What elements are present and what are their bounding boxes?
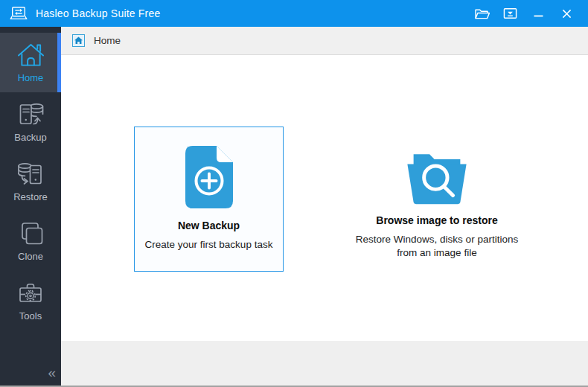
clone-icon bbox=[17, 220, 44, 247]
app-logo-icon bbox=[10, 6, 28, 22]
sidebar-item-backup[interactable]: Backup bbox=[0, 92, 61, 152]
app-window: Hasleo Backup Suite Free bbox=[0, 0, 588, 387]
new-backup-subtitle: Create your first backup task bbox=[145, 238, 273, 252]
new-backup-title: New Backup bbox=[178, 220, 240, 231]
breadcrumb-home-icon[interactable] bbox=[72, 34, 85, 47]
backup-icon bbox=[17, 101, 44, 128]
sidebar-item-label: Home bbox=[18, 72, 44, 83]
footer-strip bbox=[61, 341, 588, 386]
sidebar-item-label: Clone bbox=[18, 251, 43, 262]
sidebar-item-tools[interactable]: Tools bbox=[0, 271, 61, 330]
browse-restore-title: Browse image to restore bbox=[376, 214, 497, 226]
sidebar-item-label: Tools bbox=[19, 310, 42, 322]
new-backup-document-icon bbox=[185, 146, 233, 211]
browse-restore-description: Restore Windows, disks or partitions fro… bbox=[356, 233, 518, 260]
sidebar-item-restore[interactable]: Restore bbox=[0, 152, 61, 211]
sidebar-nav: Home Backup bbox=[0, 27, 61, 330]
sidebar-item-clone[interactable]: Clone bbox=[0, 211, 61, 271]
open-image-icon[interactable] bbox=[470, 3, 493, 24]
breadcrumb-bar: Home bbox=[61, 27, 588, 55]
browse-folder-search-icon bbox=[405, 152, 469, 208]
titlebar-actions bbox=[470, 0, 578, 27]
sidebar-item-label: Restore bbox=[13, 191, 48, 202]
breadcrumb-label: Home bbox=[94, 35, 121, 46]
sidebar-item-label: Backup bbox=[14, 132, 46, 143]
titlebar: Hasleo Backup Suite Free bbox=[0, 0, 588, 27]
close-icon[interactable] bbox=[555, 3, 578, 24]
restore-icon bbox=[17, 161, 44, 188]
new-backup-card[interactable]: New Backup Create your first backup task bbox=[134, 127, 284, 272]
sidebar: Home Backup bbox=[0, 27, 61, 386]
main-content: New Backup Create your first backup task… bbox=[61, 56, 588, 341]
browse-restore-line1: Restore Windows, disks or partitions bbox=[356, 233, 518, 246]
browse-restore-card[interactable]: Browse image to restore Restore Windows,… bbox=[344, 127, 530, 272]
window-title: Hasleo Backup Suite Free bbox=[36, 7, 160, 19]
browse-restore-line2: from an image file bbox=[356, 246, 518, 260]
tools-icon bbox=[17, 280, 44, 307]
check-update-icon[interactable] bbox=[499, 3, 521, 24]
home-icon bbox=[16, 42, 45, 68]
sidebar-collapse-chevrons[interactable]: « bbox=[48, 365, 54, 381]
minimize-icon[interactable] bbox=[527, 3, 549, 24]
sidebar-item-home[interactable]: Home bbox=[0, 33, 61, 92]
